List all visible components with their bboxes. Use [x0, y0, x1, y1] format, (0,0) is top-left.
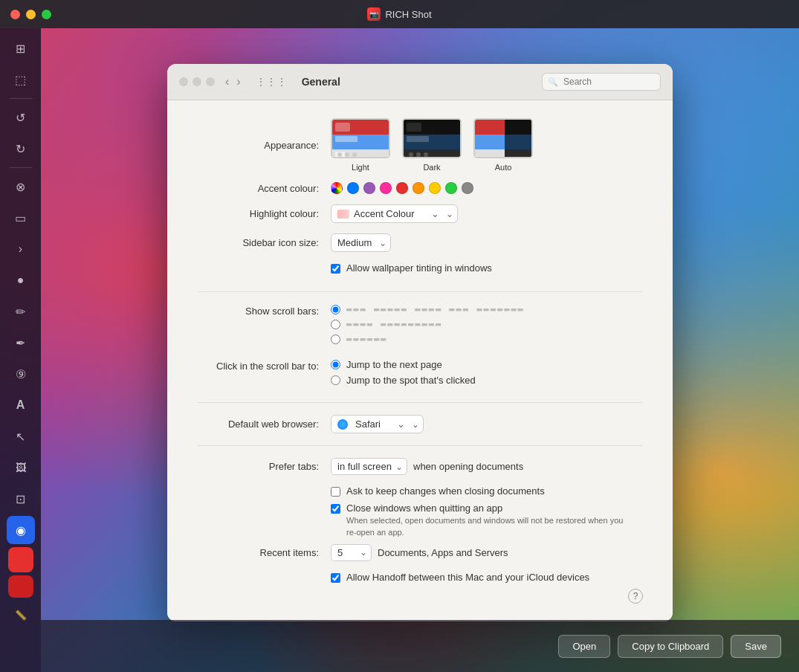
- scroll-bars-row: Show scroll bars: ▬▬▬ ▬▬▬▬▬ ▬▬▬▬ ▬▬▬ ▬▬▬…: [197, 304, 643, 349]
- allow-handoff-checkbox[interactable]: [331, 573, 340, 583]
- grid-view-button[interactable]: ⋮⋮⋮: [251, 74, 291, 89]
- click-scroll-label: Click in the scroll bar to:: [197, 359, 331, 372]
- wallpaper-tinting-checkbox[interactable]: [331, 264, 340, 274]
- sidebar-item-undo[interactable]: ↺: [7, 103, 35, 132]
- highlight-colour-row: Highlight colour: Accent Colour ⌄: [197, 204, 643, 223]
- sidebar-item-red2[interactable]: [8, 575, 33, 598]
- sidebar-item-selection[interactable]: ⬚: [7, 65, 35, 94]
- title-bar: 📷 RICH Shot: [0, 0, 799, 28]
- recent-items-select[interactable]: 5 10 15 20: [331, 544, 372, 561]
- swatch-multicolor[interactable]: [331, 182, 343, 194]
- copy-to-clipboard-button[interactable]: Copy to Clipboard: [618, 635, 723, 658]
- sidebar-item-pen[interactable]: ✒: [7, 329, 35, 357]
- sidebar-item-cursor[interactable]: ↖: [7, 422, 35, 450]
- swatch-green[interactable]: [445, 182, 457, 194]
- appearance-auto[interactable]: Auto: [473, 118, 533, 172]
- appearance-auto-label: Auto: [495, 163, 512, 172]
- sidebar-item-ruler[interactable]: 📏: [7, 601, 35, 629]
- svg-rect-22: [475, 135, 505, 149]
- wallpaper-tinting-label: Allow wallpaper tinting in windows: [346, 262, 492, 274]
- sidebar-item-redo[interactable]: ↻: [7, 135, 35, 163]
- sidebar-item-number[interactable]: ⑨: [7, 360, 35, 388]
- close-button[interactable]: [10, 10, 20, 19]
- ask-keep-changes-checkbox[interactable]: [331, 487, 340, 497]
- sidebar-item-circle[interactable]: ◉: [7, 516, 35, 544]
- swatch-graphite[interactable]: [462, 182, 473, 194]
- search-input[interactable]: [542, 73, 661, 91]
- svg-rect-14: [407, 123, 421, 132]
- sidebar-item-chevron[interactable]: ›: [7, 235, 35, 263]
- app-title: RICH Shot: [385, 9, 431, 20]
- open-button[interactable]: Open: [558, 635, 610, 658]
- scroll-auto-radio[interactable]: [331, 305, 340, 314]
- recent-items-row: Recent items: 5 10 15 20 Documents, Apps…: [197, 544, 643, 561]
- scroll-when-row: ▬▬▬▬ ▬▬▬▬▬▬▬▬▬: [331, 319, 525, 329]
- sidebar-icon-size-select[interactable]: Medium Small Large: [331, 233, 391, 252]
- swatch-blue[interactable]: [347, 182, 359, 194]
- panel-dot-1: [179, 77, 188, 86]
- nav-forward-button[interactable]: ›: [233, 74, 243, 90]
- sidebar-icon-size-dropdown-wrapper: Medium Small Large: [331, 233, 391, 252]
- ask-keep-changes-checkbox-row: Ask to keep changes when closing documen…: [331, 485, 643, 497]
- svg-rect-4: [335, 123, 350, 132]
- ask-keep-changes-label: Ask to keep changes when closing documen…: [346, 485, 545, 497]
- sidebar-item-pencil[interactable]: ✏: [7, 297, 35, 326]
- web-browser-dropdown[interactable]: Safari ⌄: [331, 415, 424, 433]
- swatch-pink[interactable]: [380, 182, 392, 194]
- sidebar-divider-2: [10, 167, 32, 168]
- help-button[interactable]: ?: [628, 589, 643, 604]
- sidebar: ⊞ ⬚ ↺ ↻ ⊗ ▭ › ● ✏ ✒ ⑨ A ↖ 🖼 ⊡ ◉ 📏: [0, 28, 41, 672]
- prefer-tabs-control: in full screen always never when opening…: [331, 458, 523, 475]
- divider-3: [197, 445, 643, 446]
- scroll-bars-options: ▬▬▬ ▬▬▬▬▬ ▬▬▬▬ ▬▬▬ ▬▬▬▬▬▬▬ ▬▬▬▬ ▬▬▬▬▬▬▬▬…: [331, 304, 525, 349]
- jump-page-radio[interactable]: [331, 360, 340, 369]
- scroll-auto-label: ▬▬▬ ▬▬▬▬▬ ▬▬▬▬ ▬▬▬ ▬▬▬▬▬▬▬: [346, 304, 525, 314]
- swatch-yellow[interactable]: [429, 182, 441, 194]
- allow-handoff-row: Allow Handoff between this Mac and your …: [331, 572, 643, 583]
- sidebar-icon-size-label: Sidebar icon size:: [197, 237, 331, 248]
- minimize-button[interactable]: [26, 10, 36, 19]
- scroll-bars-label: Show scroll bars:: [197, 304, 331, 317]
- sidebar-item-close-circle[interactable]: ⊗: [7, 172, 35, 201]
- swatch-red[interactable]: [396, 182, 408, 194]
- sidebar-item-brush[interactable]: ●: [7, 266, 35, 294]
- sidebar-icon-size-row: Sidebar icon size: Medium Small Large: [197, 233, 643, 252]
- scroll-when-radio[interactable]: [331, 320, 340, 329]
- bottom-bar: Open Copy to Clipboard Save: [41, 620, 799, 672]
- swatch-purple[interactable]: [363, 182, 375, 194]
- sidebar-item-crop[interactable]: ⊡: [7, 485, 35, 513]
- save-button[interactable]: Save: [731, 635, 781, 658]
- highlight-colour-value: Accent Colour: [354, 208, 415, 219]
- help-row: ?: [197, 589, 643, 604]
- allow-handoff-label: Allow Handoff between this Mac and your …: [346, 572, 589, 583]
- svg-rect-21: [505, 120, 533, 135]
- appearance-dark[interactable]: Dark: [402, 118, 462, 172]
- sidebar-item-text[interactable]: A: [7, 391, 35, 419]
- nav-back-button[interactable]: ‹: [222, 74, 232, 90]
- jump-spot-radio[interactable]: [331, 375, 340, 385]
- web-browser-label: Default web browser:: [197, 419, 331, 430]
- sidebar-item-rect[interactable]: ▭: [7, 204, 35, 232]
- jump-page-row: Jump to the next page: [331, 359, 476, 370]
- close-windows-row: Close windows when quitting an app When …: [331, 503, 643, 538]
- close-windows-checkbox[interactable]: [331, 504, 340, 514]
- panel-title: General: [299, 76, 534, 88]
- sidebar-item-image[interactable]: 🖼: [7, 453, 35, 482]
- appearance-light[interactable]: Light: [331, 118, 390, 172]
- sidebar-item-screenshot[interactable]: ⊞: [7, 34, 35, 62]
- sidebar-item-red1[interactable]: [8, 547, 33, 572]
- swatch-orange[interactable]: [413, 182, 424, 194]
- prefer-tabs-label: Prefer tabs:: [197, 461, 331, 472]
- dark-thumb-svg: [404, 120, 462, 158]
- main-area: ‹ › ⋮⋮⋮ General 🔍 Appearance:: [41, 28, 799, 672]
- highlight-colour-dropdown[interactable]: Accent Colour ⌄: [331, 204, 458, 223]
- appearance-dark-thumb: [402, 118, 462, 158]
- svg-rect-23: [505, 135, 533, 149]
- svg-point-17: [416, 152, 421, 157]
- maximize-button[interactable]: [42, 10, 51, 19]
- app-icon: 📷: [367, 7, 381, 21]
- highlight-preview: [337, 210, 349, 219]
- safari-icon: [337, 419, 348, 430]
- prefer-tabs-select[interactable]: in full screen always never: [331, 458, 407, 475]
- scroll-always-radio[interactable]: [331, 335, 340, 344]
